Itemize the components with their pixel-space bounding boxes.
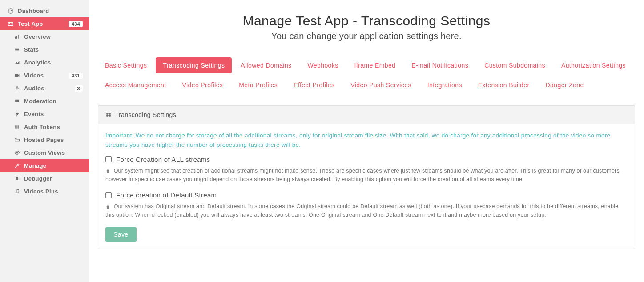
tab-danger-zone[interactable]: Danger Zone [539, 77, 591, 93]
sidebar-item-moderation[interactable]: Moderation [0, 95, 89, 108]
force-default-stream-checkbox[interactable] [105, 192, 112, 198]
chart-bar-icon [12, 34, 21, 40]
tab-meta-profiles[interactable]: Meta Profiles [232, 77, 285, 93]
count-badge: 431 [69, 73, 83, 79]
arrow-up-icon [105, 168, 112, 174]
sidebar-item-events[interactable]: Events [0, 108, 89, 121]
panel-body: Important: We do not charge for storage … [98, 124, 635, 249]
envelope-icon [6, 21, 15, 27]
svg-rect-12 [16, 125, 17, 129]
sidebar-item-custom-views[interactable]: Custom Views [0, 146, 89, 159]
microphone-icon [12, 85, 21, 91]
tabs: Basic Settings Transcoding Settings Allo… [98, 57, 635, 97]
sidebar-item-analytics[interactable]: Analytics [0, 56, 89, 69]
tab-authorization-settings[interactable]: Authorization Settings [554, 57, 633, 73]
sidebar: Dashboard Test App 434 Overview Stats [0, 0, 89, 282]
bolt-icon [12, 111, 21, 117]
sidebar-item-label: Manage [24, 162, 46, 169]
tab-effect-profiles[interactable]: Effect Profiles [286, 77, 342, 93]
svg-rect-8 [15, 74, 18, 77]
count-badge: 434 [69, 21, 83, 27]
force-all-streams-hint: Our system might see that creation of ad… [105, 167, 628, 184]
sidebar-item-label: Overview [24, 33, 51, 40]
music-icon [12, 189, 21, 194]
tab-email-notifications[interactable]: E-mail Notifications [404, 57, 475, 73]
sidebar-item-label: Events [24, 111, 44, 117]
save-button[interactable]: Save [105, 227, 137, 242]
sidebar-item-overview[interactable]: Overview [0, 30, 89, 43]
sidebar-item-label: Moderation [24, 98, 56, 105]
list-icon [12, 47, 21, 52]
sidebar-item-stats[interactable]: Stats [0, 43, 89, 56]
tab-webhooks[interactable]: Webhooks [300, 57, 345, 73]
sidebar-item-label: Hosted Pages [24, 137, 64, 143]
bug-icon [12, 176, 21, 181]
main-content: Manage Test App - Transcoding Settings Y… [89, 0, 644, 282]
svg-rect-2 [15, 37, 16, 39]
svg-rect-13 [17, 125, 18, 129]
hint-text: Our system might see that creation of ad… [105, 168, 620, 182]
sidebar-item-label: Stats [24, 46, 39, 53]
sidebar-item-dashboard[interactable]: Dashboard [0, 4, 89, 17]
svg-rect-9 [16, 86, 17, 89]
sidebar-item-debugger[interactable]: Debugger [0, 172, 89, 185]
sidebar-item-audios[interactable]: Audios 3 [0, 82, 89, 95]
svg-rect-3 [16, 36, 17, 39]
force-all-streams-checkbox[interactable] [105, 156, 112, 162]
tab-video-push-services[interactable]: Video Push Services [343, 77, 419, 93]
tab-transcoding-settings[interactable]: Transcoding Settings [156, 57, 232, 73]
svg-point-15 [16, 152, 17, 153]
folder-icon [12, 137, 21, 143]
area-chart-icon [12, 60, 21, 65]
hint-text: Our system has Original stream and Defau… [105, 203, 618, 218]
count-badge: 3 [75, 85, 83, 92]
sidebar-item-label: Test App [18, 20, 43, 27]
tab-allowed-domains[interactable]: Allowed Domains [233, 57, 298, 73]
tab-custom-subdomains[interactable]: Custom Subdomains [477, 57, 552, 73]
tab-iframe-embed[interactable]: Iframe Embed [347, 57, 403, 73]
panel-title: Transcoding Settings [115, 111, 176, 118]
video-icon [12, 73, 21, 78]
panel-header: Transcoding Settings [98, 106, 635, 124]
sidebar-item-auth-tokens[interactable]: Auth Tokens [0, 121, 89, 133]
arrow-up-icon [105, 203, 112, 209]
eye-icon [12, 150, 21, 156]
sidebar-item-label: Videos [24, 72, 44, 79]
important-notice: Important: We do not charge for storage … [105, 131, 628, 149]
option-force-all-streams: Force Creation of ALL streams [105, 156, 628, 163]
svg-rect-10 [15, 125, 15, 129]
sidebar-item-videos[interactable]: Videos 431 [0, 69, 89, 82]
sidebar-item-label: Audios [24, 85, 44, 92]
tab-video-profiles[interactable]: Video Profiles [175, 77, 230, 93]
sidebar-item-test-app[interactable]: Test App 434 [0, 17, 89, 30]
transcoding-settings-panel: Transcoding Settings Important: We do no… [98, 105, 635, 249]
svg-rect-4 [18, 35, 19, 39]
sidebar-item-label: Analytics [24, 59, 51, 66]
sidebar-item-videos-plus[interactable]: Videos Plus [0, 185, 89, 198]
sidebar-item-label: Videos Plus [24, 188, 58, 195]
sidebar-item-hosted-pages[interactable]: Hosted Pages [0, 133, 89, 146]
svg-rect-11 [16, 125, 16, 129]
force-default-stream-label[interactable]: Force creation of Default Stream [116, 191, 217, 199]
sidebar-item-label: Dashboard [18, 8, 49, 14]
page-subtitle: You can change your application settings… [98, 31, 635, 41]
sidebar-item-label: Debugger [24, 175, 52, 182]
option-force-default-stream: Force creation of Default Stream [105, 191, 628, 199]
tab-access-management[interactable]: Access Management [98, 77, 173, 93]
wrench-icon [12, 163, 21, 169]
sidebar-item-manage[interactable]: Manage [0, 159, 89, 172]
svg-rect-14 [18, 125, 19, 129]
tab-extension-builder[interactable]: Extension Builder [471, 77, 537, 93]
force-all-streams-label[interactable]: Force Creation of ALL streams [116, 156, 210, 163]
page-title: Manage Test App - Transcoding Settings [98, 13, 635, 28]
film-icon [105, 111, 112, 118]
tab-integrations[interactable]: Integrations [420, 77, 469, 93]
dashboard-icon [6, 8, 15, 14]
sidebar-item-label: Auth Tokens [24, 124, 60, 130]
tab-basic-settings[interactable]: Basic Settings [98, 57, 154, 73]
force-default-stream-hint: Our system has Original stream and Defau… [105, 202, 628, 219]
comment-icon [12, 98, 21, 104]
barcode-icon [12, 124, 21, 130]
sidebar-item-label: Custom Views [24, 149, 65, 156]
